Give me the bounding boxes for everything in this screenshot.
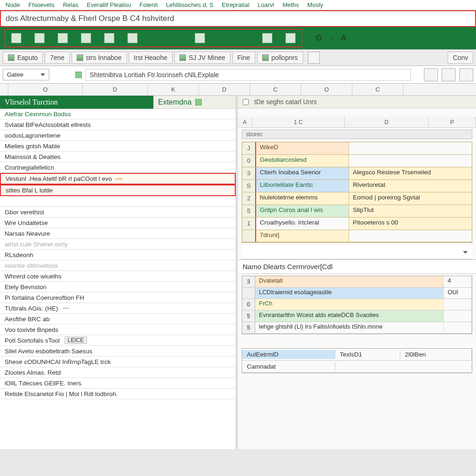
menu-item[interactable]: Relas <box>59 0 82 9</box>
col-header[interactable]: D <box>83 84 148 95</box>
tab-button[interactable] <box>308 52 320 64</box>
list-item[interactable]: TUbrals AGis: (HE) <box>0 303 236 314</box>
tab-label: Irst Heaohe <box>134 54 167 61</box>
col-header[interactable]: D <box>345 117 429 127</box>
section-icon <box>195 99 202 106</box>
ribbon-icon[interactable] <box>34 33 45 43</box>
col-header[interactable]: O <box>8 84 83 95</box>
list-item[interactable]: oodusLagronertiene <box>0 130 236 141</box>
table-row[interactable]: 7drunt] <box>242 230 472 242</box>
col-header[interactable]: D <box>199 84 250 95</box>
list-item[interactable]: Aesfthe BRC ab <box>0 314 236 324</box>
menu-item[interactable]: Node <box>2 0 24 9</box>
ribbon-icon[interactable] <box>58 33 68 43</box>
tab[interactable]: SJ JV Minee <box>174 52 231 64</box>
col-header[interactable]: C <box>352 84 403 95</box>
ribbon-icon[interactable] <box>262 33 272 43</box>
ribbon-icon[interactable] <box>127 33 138 43</box>
tab[interactable]: Conv <box>448 52 473 64</box>
list-item[interactable]: Voo toxivte Bnpeds <box>0 324 236 335</box>
tab-icon <box>179 54 186 61</box>
list-item[interactable]: stltes Bfal L lottle <box>0 185 236 196</box>
list-item[interactable]: Zlootes Almas. Retd <box>0 367 236 378</box>
list-item[interactable]: Svtatal BlFeAclssobtatt ellrests <box>0 119 236 130</box>
col-header[interactable]: 1 C <box>252 117 345 127</box>
ribbon-icon[interactable] <box>81 33 91 43</box>
table-row[interactable]: AulEetrmlDTexlsD12l0lBen <box>242 349 472 361</box>
table-row[interactable]: 5lehge ghtshll (Ll) Irs FaltisInfioelds … <box>242 322 472 334</box>
table-1: JWikeD0Geotoliarcoslesd3Clterh Inoibea S… <box>242 142 472 243</box>
list-item[interactable]: Mlainssot & Deattes <box>0 152 236 162</box>
list-item[interactable]: Etely Bevnston <box>0 282 236 292</box>
menu-item[interactable]: Meths <box>279 0 303 9</box>
list-item[interactable]: lOllL Tdecses GEllFE. Iners <box>0 378 236 389</box>
formula-input[interactable]: Shtetnibtva Loritiah Ftr.losrinseh cNlLE… <box>86 69 411 81</box>
table-row[interactable]: 3Dvatetalt4 <box>242 276 472 288</box>
name-box[interactable]: Gatee <box>3 69 49 80</box>
menu-item[interactable]: Fotenli <box>136 0 161 9</box>
col-header[interactable]: K <box>148 84 199 95</box>
menu-item[interactable]: Loarvl <box>254 0 278 9</box>
ribbon-icon[interactable] <box>195 33 205 43</box>
table-row[interactable]: LCDIraiemid esoliageiaslileOUl <box>242 288 472 299</box>
list-item[interactable]: Shese cODUNHCAl InRrnpTagLE trck <box>0 357 236 367</box>
list-item[interactable]: Crortnegiafefeticn <box>0 162 236 173</box>
list-item[interactable]: Narsas Neavure <box>0 228 236 239</box>
col-header[interactable]: C <box>250 84 301 95</box>
list-item[interactable]: voontie sltitnvetoos <box>0 260 236 271</box>
checkbox[interactable] <box>243 99 249 105</box>
ribbon-icon[interactable] <box>11 33 21 43</box>
menu-item[interactable]: Etrepratial <box>218 0 253 9</box>
col-header[interactable]: O <box>301 84 352 95</box>
dropdown-icon[interactable] <box>463 251 468 254</box>
list-item[interactable]: Whrerd cote wiuelhs <box>0 271 236 282</box>
list-item[interactable] <box>0 196 236 207</box>
select-all[interactable] <box>0 84 8 95</box>
tab-icon <box>262 54 269 61</box>
fx-icon[interactable] <box>75 72 82 78</box>
left-pane: Vlirselol Turction Extemdna Alefrar Cexn… <box>0 96 236 449</box>
col-header[interactable]: P <box>429 117 476 127</box>
list-item[interactable]: RLsdeonh <box>0 250 236 260</box>
list-item[interactable]: Vestunl .Hea Ateltf bR rl paCOott l evo <box>0 173 236 185</box>
toolbar-button[interactable] <box>442 68 456 81</box>
tab[interactable]: pollopnrs <box>257 52 303 64</box>
menu-item[interactable]: LeNibsoches d, S <box>162 0 217 9</box>
tab[interactable]: strs Innaboe <box>72 52 127 64</box>
ribbon-icon[interactable] <box>104 33 114 43</box>
table-row[interactable]: JWikeD <box>242 142 472 155</box>
list-item[interactable]: Alefrar Cexnmun Bodss <box>0 109 236 119</box>
table-row[interactable]: SLilbortelitate EanttcRlvertoretat <box>242 180 472 192</box>
list-item[interactable]: Sllel Aveto esbolteltrath Saesus <box>0 346 236 357</box>
list-item[interactable]: alrtst cule Shierel ovrly <box>0 239 236 250</box>
menu-item[interactable]: Mosly <box>304 0 327 9</box>
table-row[interactable]: 5Gritpn Coros anal l wisSlipTlut <box>242 205 472 218</box>
list-item[interactable]: Gbor verethist <box>0 207 236 218</box>
list-item[interactable]: Retide Elscanetol Fio | Mol l Rdl lodbro… <box>0 389 236 399</box>
tab-label: SJ JV Minee <box>189 54 225 61</box>
tab[interactable]: Eaputo <box>3 52 43 64</box>
list-item[interactable]: Mielies gntsh Mable <box>0 141 236 152</box>
list-item[interactable]: Pi fortalina Coerureoftion FH <box>0 292 236 303</box>
table-row[interactable]: 5Evnrantarlthn Wcest alds etateDCB Svaot… <box>242 311 472 322</box>
tab[interactable]: 7ene <box>45 52 69 64</box>
table-row[interactable]: Camnadat <box>242 361 472 373</box>
toolbar-button[interactable] <box>459 68 473 81</box>
table-row[interactable]: 0Geotoliarcoslesd <box>242 155 472 167</box>
tab[interactable]: Irst Heaohe <box>129 52 172 64</box>
list-item[interactable]: Potl Soirtofals sToolLEICE <box>0 335 236 346</box>
menu-item[interactable]: Fhioevets <box>25 0 58 9</box>
tab[interactable]: Fine <box>232 52 255 64</box>
table-row[interactable]: 2hiulelotetrne elemmsEomod | poreirog Sg… <box>242 192 472 205</box>
section-label: Extemdna <box>158 98 192 106</box>
menu-item[interactable]: Everallif Plealisu <box>83 0 135 9</box>
list-item[interactable]: Wre Undaltetse <box>0 218 236 228</box>
col-header[interactable]: A <box>238 117 252 127</box>
toolbar-button[interactable] <box>424 68 438 81</box>
ribbon-group <box>5 29 302 47</box>
ribbon-icon[interactable] <box>285 33 296 43</box>
table-row[interactable]: 1Croathysello. IrtcIeralPitooeteros s 00 <box>242 218 472 230</box>
table-row[interactable]: 3Clterh Inoibea SeeriorAlegsco Restese T… <box>242 167 472 180</box>
chevron-down-icon <box>40 73 45 76</box>
table-row[interactable]: 0FrCh <box>242 299 472 311</box>
